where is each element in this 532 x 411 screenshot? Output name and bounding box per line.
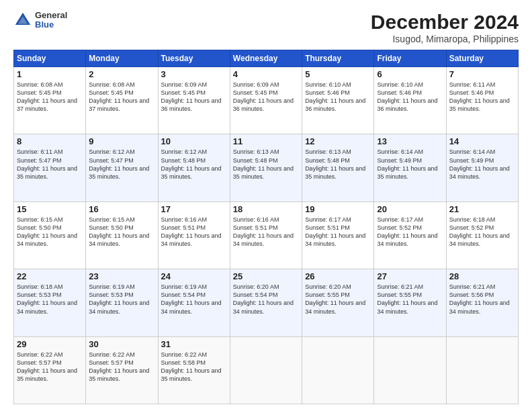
calendar-cell xyxy=(446,336,518,404)
page-subtitle: Isugod, Mimaropa, Philippines xyxy=(371,34,519,44)
day-info: Sunrise: 6:12 AMSunset: 5:48 PMDaylight:… xyxy=(161,148,227,181)
day-info: Sunrise: 6:10 AMSunset: 5:46 PMDaylight:… xyxy=(377,81,443,113)
day-number: 23 xyxy=(89,271,154,281)
day-info: Sunrise: 6:14 AMSunset: 5:49 PMDaylight:… xyxy=(449,148,515,181)
calendar-cell: 26Sunrise: 6:20 AMSunset: 5:55 PMDayligh… xyxy=(302,269,374,336)
calendar-cell: 28Sunrise: 6:21 AMSunset: 5:56 PMDayligh… xyxy=(446,269,518,336)
calendar-cell xyxy=(374,336,446,404)
day-number: 29 xyxy=(17,339,83,349)
calendar-cell: 3Sunrise: 6:09 AMSunset: 5:45 PMDaylight… xyxy=(158,67,230,134)
day-info: Sunrise: 6:16 AMSunset: 5:51 PMDaylight:… xyxy=(161,216,227,248)
day-number: 1 xyxy=(17,69,83,79)
calendar-cell: 2Sunrise: 6:08 AMSunset: 5:45 PMDaylight… xyxy=(86,67,158,134)
calendar-cell: 13Sunrise: 6:14 AMSunset: 5:49 PMDayligh… xyxy=(374,134,446,201)
day-info: Sunrise: 6:12 AMSunset: 5:47 PMDaylight:… xyxy=(89,148,154,181)
calendar-cell: 23Sunrise: 6:19 AMSunset: 5:53 PMDayligh… xyxy=(86,269,158,336)
col-wednesday: Wednesday xyxy=(230,50,302,67)
day-info: Sunrise: 6:13 AMSunset: 5:48 PMDaylight:… xyxy=(233,148,299,181)
calendar-cell: 14Sunrise: 6:14 AMSunset: 5:49 PMDayligh… xyxy=(446,134,518,201)
day-number: 21 xyxy=(449,204,515,214)
day-info: Sunrise: 6:09 AMSunset: 5:45 PMDaylight:… xyxy=(161,81,227,113)
day-number: 26 xyxy=(305,271,371,281)
col-friday: Friday xyxy=(374,50,446,67)
day-info: Sunrise: 6:15 AMSunset: 5:50 PMDaylight:… xyxy=(17,216,83,248)
logo-general: General xyxy=(35,11,67,20)
calendar-cell: 20Sunrise: 6:17 AMSunset: 5:52 PMDayligh… xyxy=(374,201,446,269)
calendar-cell xyxy=(302,336,374,404)
calendar-cell: 15Sunrise: 6:15 AMSunset: 5:50 PMDayligh… xyxy=(14,201,86,269)
page: General Blue December 2024 Isugod, Mimar… xyxy=(0,0,532,411)
logo-text: General Blue xyxy=(35,11,67,30)
day-number: 20 xyxy=(377,204,443,214)
title-area: December 2024 Isugod, Mimaropa, Philippi… xyxy=(371,11,519,44)
day-info: Sunrise: 6:21 AMSunset: 5:56 PMDaylight:… xyxy=(449,283,515,316)
calendar-cell: 4Sunrise: 6:09 AMSunset: 5:45 PMDaylight… xyxy=(230,67,302,134)
calendar-cell: 1Sunrise: 6:08 AMSunset: 5:45 PMDaylight… xyxy=(14,67,86,134)
day-info: Sunrise: 6:10 AMSunset: 5:46 PMDaylight:… xyxy=(305,81,371,113)
page-title: December 2024 xyxy=(371,11,519,34)
calendar-week-row: 1Sunrise: 6:08 AMSunset: 5:45 PMDaylight… xyxy=(14,67,519,134)
calendar-cell: 11Sunrise: 6:13 AMSunset: 5:48 PMDayligh… xyxy=(230,134,302,201)
day-info: Sunrise: 6:11 AMSunset: 5:47 PMDaylight:… xyxy=(17,148,83,181)
day-number: 13 xyxy=(377,136,443,146)
calendar-cell: 16Sunrise: 6:15 AMSunset: 5:50 PMDayligh… xyxy=(86,201,158,269)
day-number: 27 xyxy=(377,271,443,281)
day-info: Sunrise: 6:08 AMSunset: 5:45 PMDaylight:… xyxy=(89,81,154,113)
calendar-cell: 22Sunrise: 6:18 AMSunset: 5:53 PMDayligh… xyxy=(14,269,86,336)
logo-icon xyxy=(13,11,32,30)
day-info: Sunrise: 6:19 AMSunset: 5:54 PMDaylight:… xyxy=(161,283,227,316)
day-info: Sunrise: 6:16 AMSunset: 5:51 PMDaylight:… xyxy=(233,216,299,248)
header: General Blue December 2024 Isugod, Mimar… xyxy=(13,11,519,44)
calendar-cell: 6Sunrise: 6:10 AMSunset: 5:46 PMDaylight… xyxy=(374,67,446,134)
calendar-cell: 31Sunrise: 6:22 AMSunset: 5:58 PMDayligh… xyxy=(158,336,230,404)
day-info: Sunrise: 6:19 AMSunset: 5:53 PMDaylight:… xyxy=(89,283,154,316)
calendar-cell: 17Sunrise: 6:16 AMSunset: 5:51 PMDayligh… xyxy=(158,201,230,269)
day-number: 7 xyxy=(449,69,515,79)
calendar-cell: 18Sunrise: 6:16 AMSunset: 5:51 PMDayligh… xyxy=(230,201,302,269)
calendar-cell: 8Sunrise: 6:11 AMSunset: 5:47 PMDaylight… xyxy=(14,134,86,201)
day-number: 30 xyxy=(89,339,154,349)
day-number: 2 xyxy=(89,69,154,79)
day-info: Sunrise: 6:22 AMSunset: 5:58 PMDaylight:… xyxy=(161,351,227,383)
day-info: Sunrise: 6:20 AMSunset: 5:55 PMDaylight:… xyxy=(305,283,371,316)
calendar-cell: 12Sunrise: 6:13 AMSunset: 5:48 PMDayligh… xyxy=(302,134,374,201)
calendar-table: Sunday Monday Tuesday Wednesday Thursday… xyxy=(13,50,519,404)
calendar-cell: 29Sunrise: 6:22 AMSunset: 5:57 PMDayligh… xyxy=(14,336,86,404)
day-info: Sunrise: 6:14 AMSunset: 5:49 PMDaylight:… xyxy=(377,148,443,181)
col-thursday: Thursday xyxy=(302,50,374,67)
logo: General Blue xyxy=(13,11,67,30)
day-info: Sunrise: 6:09 AMSunset: 5:45 PMDaylight:… xyxy=(233,81,299,113)
day-info: Sunrise: 6:15 AMSunset: 5:50 PMDaylight:… xyxy=(89,216,154,248)
day-number: 22 xyxy=(17,271,83,281)
calendar-cell: 30Sunrise: 6:22 AMSunset: 5:57 PMDayligh… xyxy=(86,336,158,404)
calendar-header-row: Sunday Monday Tuesday Wednesday Thursday… xyxy=(14,50,519,67)
day-info: Sunrise: 6:17 AMSunset: 5:51 PMDaylight:… xyxy=(305,216,371,248)
col-saturday: Saturday xyxy=(446,50,518,67)
day-info: Sunrise: 6:22 AMSunset: 5:57 PMDaylight:… xyxy=(89,351,154,383)
day-number: 12 xyxy=(305,136,371,146)
day-info: Sunrise: 6:08 AMSunset: 5:45 PMDaylight:… xyxy=(17,81,83,113)
day-number: 31 xyxy=(161,339,227,349)
day-number: 25 xyxy=(233,271,299,281)
calendar-cell: 21Sunrise: 6:18 AMSunset: 5:52 PMDayligh… xyxy=(446,201,518,269)
day-number: 11 xyxy=(233,136,299,146)
day-info: Sunrise: 6:22 AMSunset: 5:57 PMDaylight:… xyxy=(17,351,83,383)
day-number: 9 xyxy=(89,136,154,146)
col-tuesday: Tuesday xyxy=(158,50,230,67)
day-info: Sunrise: 6:13 AMSunset: 5:48 PMDaylight:… xyxy=(305,148,371,181)
day-number: 17 xyxy=(161,204,227,214)
day-info: Sunrise: 6:18 AMSunset: 5:52 PMDaylight:… xyxy=(449,216,515,248)
col-monday: Monday xyxy=(86,50,158,67)
col-sunday: Sunday xyxy=(14,50,86,67)
day-info: Sunrise: 6:20 AMSunset: 5:54 PMDaylight:… xyxy=(233,283,299,316)
day-info: Sunrise: 6:11 AMSunset: 5:46 PMDaylight:… xyxy=(449,81,515,113)
calendar-week-row: 8Sunrise: 6:11 AMSunset: 5:47 PMDaylight… xyxy=(14,134,519,201)
calendar-cell: 27Sunrise: 6:21 AMSunset: 5:55 PMDayligh… xyxy=(374,269,446,336)
day-number: 28 xyxy=(449,271,515,281)
calendar-week-row: 22Sunrise: 6:18 AMSunset: 5:53 PMDayligh… xyxy=(14,269,519,336)
calendar-cell: 5Sunrise: 6:10 AMSunset: 5:46 PMDaylight… xyxy=(302,67,374,134)
day-info: Sunrise: 6:18 AMSunset: 5:53 PMDaylight:… xyxy=(17,283,83,316)
day-number: 16 xyxy=(89,204,154,214)
calendar-cell: 10Sunrise: 6:12 AMSunset: 5:48 PMDayligh… xyxy=(158,134,230,201)
calendar-cell xyxy=(230,336,302,404)
